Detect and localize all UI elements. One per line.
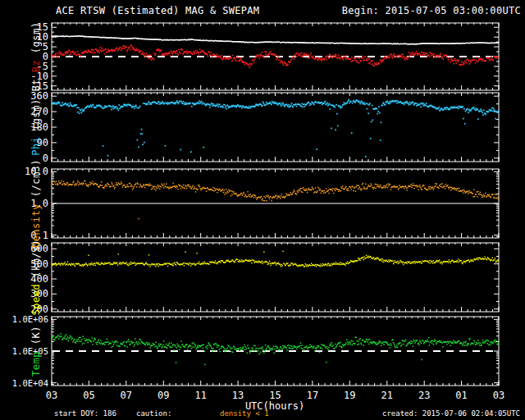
axis-label-mag: Bt Bz (gsm) — [30, 22, 42, 92]
axis-label-speed: Speed (km/s) — [30, 240, 42, 316]
axis-label-part: Temp — [30, 351, 42, 377]
panel-frame — [52, 243, 499, 312]
panel-phi: 360270180900 — [30, 90, 499, 164]
x-tick-label: 17 — [307, 390, 318, 401]
y-tick-label: 1.0E+06 — [12, 314, 48, 324]
x-tick-label: 15 — [269, 390, 281, 401]
x-axis-labels: 03050709111315171921230103 — [46, 390, 504, 401]
x-tick-label: 13 — [232, 390, 244, 401]
series-bt — [52, 35, 500, 45]
x-tick-label: 19 — [344, 390, 355, 401]
axis-label-part: Phi — [30, 137, 42, 156]
axis-label-part: (gsm) — [30, 22, 42, 60]
series-phi — [52, 99, 500, 158]
x-tick-label: 03 — [493, 390, 504, 401]
plot-window: ACE RTSW (Estimated) MAG & SWEPAM Begin:… — [0, 0, 525, 420]
caution-value: density < 1 — [220, 409, 269, 418]
axis-label-part: (K) — [30, 326, 42, 351]
panel-density: 10.01.00.1 — [25, 166, 499, 240]
created-timestamp: created: 2015-07-06 02:04:05UTC — [382, 409, 520, 418]
axis-label-phi: Phi (gsm) — [30, 98, 42, 156]
x-tick-label: 21 — [381, 390, 393, 401]
x-tick-label: 23 — [418, 390, 430, 401]
plot-svg: 151050-5-10-1536027018090010.01.00.16005… — [0, 0, 525, 420]
y-tick-label: 0 — [43, 153, 48, 164]
panel-mag: 151050-5-10-15 — [30, 21, 499, 92]
x-tick-label: 03 — [46, 390, 57, 401]
x-tick-label: 01 — [455, 390, 467, 401]
axis-label-part: Bz — [30, 60, 42, 79]
caution-label: caution: — [136, 409, 171, 418]
y-tick-label: 1.0E+04 — [12, 378, 48, 388]
axis-label-part: (km/s) — [30, 240, 42, 284]
axis-label-part: (/cm3) — [30, 159, 42, 203]
series-temp — [52, 333, 500, 365]
series-speed — [52, 251, 500, 267]
axis-label-temp: Temp (K) — [30, 326, 42, 377]
panel-temp: 1.0E+061.0E+051.0E+04 — [12, 314, 500, 387]
x-tick-label: 07 — [121, 390, 132, 401]
x-tick-label: 05 — [83, 390, 94, 401]
x-tick-label: 09 — [158, 390, 169, 401]
x-tick-label: 11 — [194, 390, 206, 401]
axis-label-part: Bt — [30, 79, 42, 91]
start-doy-label: start DOY: 186 — [54, 409, 116, 418]
panel-speed: 600500400300200 — [30, 243, 499, 315]
axis-label-density: Density (/cm3) — [30, 159, 42, 248]
series-density — [52, 180, 500, 219]
axis-label-part: (gsm) — [30, 98, 42, 136]
axis-label-part: Speed — [30, 284, 42, 316]
